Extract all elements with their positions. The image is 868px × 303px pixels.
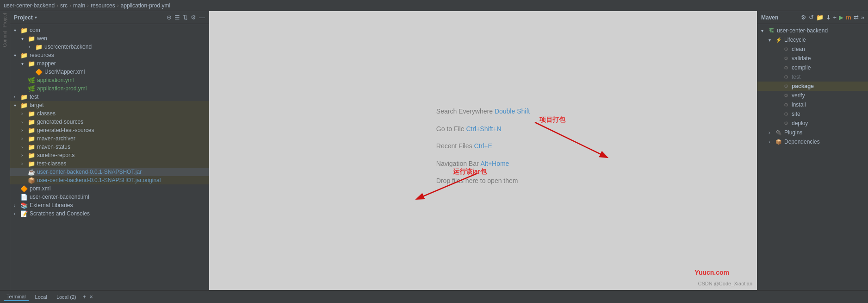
maven-icon-validate: ⚙ (782, 55, 790, 62)
tree-item-extlibs[interactable]: ›📚External Libraries (10, 201, 209, 209)
maven-icon-more[interactable]: » (861, 14, 864, 21)
maven-item-dependencies[interactable]: ›📦Dependencies (757, 137, 868, 146)
tree-item-mapper[interactable]: ▾📁mapper (10, 59, 209, 68)
maven-icon-run[interactable]: ▶ (839, 14, 843, 21)
maven-item-site[interactable]: ⚙site (757, 109, 868, 119)
maven-icon-settings[interactable]: ⚙ (801, 14, 806, 21)
tree-item-generated-test-sources[interactable]: ›📁generated-test-sources (10, 126, 209, 134)
maven-item-validate[interactable]: ⚙validate (757, 54, 868, 63)
local-tab[interactable]: Local (32, 293, 50, 301)
local2-tab[interactable]: Local (2) (54, 293, 79, 301)
maven-item-test[interactable]: ⚙test (757, 72, 868, 82)
maven-tree: ▾🏗user-center-backend▾⚡Lifecycle⚙clean⚙v… (757, 24, 868, 290)
tree-arrow-maven-status: › (21, 145, 28, 150)
breadcrumb-item-4[interactable]: resources (91, 2, 115, 9)
maven-icon-package: ⚙ (782, 82, 790, 90)
terminal-close-icon[interactable]: × (90, 294, 93, 300)
tree-label-generated-sources: generated-sources (37, 119, 83, 125)
maven-item-install[interactable]: ⚙install (757, 100, 868, 109)
tree-item-jar[interactable]: ☕user-center-backend-0.0.1-SNAPSHOT.jar (10, 168, 209, 176)
tree-arrow-wen: ▾ (21, 36, 28, 41)
tree-item-iml[interactable]: 📄user-center-backend.iml (10, 193, 209, 201)
maven-icon-download[interactable]: ⬇ (826, 14, 831, 21)
panel-icon-layout[interactable]: ☰ (174, 14, 180, 21)
tree-item-classes[interactable]: ›📁classes (10, 109, 209, 118)
tree-item-usermapper[interactable]: 🔶UserMapper.xml (10, 68, 209, 76)
maven-icon-add[interactable]: + (833, 14, 837, 21)
panel-icon-sort[interactable]: ⇅ (183, 14, 188, 21)
breadcrumb-item-2[interactable]: src (60, 2, 68, 9)
maven-icon-toggle[interactable]: ⇄ (854, 14, 859, 21)
tree-item-maven-archiver[interactable]: ›📁maven-archiver (10, 134, 209, 143)
maven-item-lifecycle[interactable]: ▾⚡Lifecycle (757, 35, 868, 44)
tree-label-test-classes: test-classes (37, 160, 66, 167)
tree-arrow-com: ▾ (14, 28, 20, 33)
tree-arrow-surefire-reports: › (21, 153, 28, 158)
tree-arrow-extlibs: › (14, 203, 20, 208)
tree-item-test[interactable]: ›📁test (10, 93, 209, 101)
panel-icon-minimize[interactable]: — (199, 14, 205, 21)
tree-item-resources[interactable]: ▾📁resources (10, 51, 209, 59)
tree-item-applicationprod[interactable]: 🌿application-prod.yml (10, 84, 209, 93)
terminal-tab[interactable]: Terminal (4, 293, 29, 301)
tree-label-applicationprod: application-prod.yml (37, 85, 87, 92)
breadcrumb-item-3[interactable]: main (73, 2, 85, 9)
maven-item-deploy[interactable]: ⚙deploy (757, 119, 868, 128)
tree-item-usercenterbackend[interactable]: ›📁usercenterbackend (10, 43, 209, 51)
tree-item-scratches[interactable]: ›📝Scratches and Consoles (10, 209, 209, 218)
maven-item-clean[interactable]: ⚙clean (757, 44, 868, 54)
tree-label-extlibs: External Libraries (30, 202, 73, 208)
maven-item-package[interactable]: ⚙package (757, 82, 868, 91)
svg-line-3 (535, 122, 607, 157)
maven-item-compile[interactable]: ⚙compile (757, 63, 868, 72)
maven-panel: Maven ⚙ ↺ 📁 ⬇ + ▶ m ⇄ » ▾🏗user-center-ba… (757, 11, 868, 290)
panel-icon-add[interactable]: ⊕ (167, 14, 172, 21)
maven-arrow-plugins: › (769, 130, 775, 135)
maven-icon-refresh[interactable]: ↺ (809, 14, 814, 21)
file-tree: ▾📁com▾📁wen›📁usercenterbackend▾📁resources… (10, 24, 209, 290)
maven-item-project[interactable]: ▾🏗user-center-backend (757, 26, 868, 35)
tree-icon-pom: 🔶 (20, 185, 28, 192)
panel-dropdown-arrow[interactable]: ▾ (35, 15, 37, 20)
maven-icon-folder[interactable]: 📁 (816, 14, 824, 21)
tree-item-generated-sources[interactable]: ›📁generated-sources (10, 118, 209, 126)
tree-item-jaroriginal[interactable]: 📦user-center-backend-0.0.1-SNAPSHOT.jar.… (10, 176, 209, 184)
side-strip-commit[interactable]: Commit (2, 31, 7, 47)
maven-label-verify: verify (792, 92, 805, 99)
maven-label-deploy: deploy (792, 120, 808, 126)
tree-label-resources: resources (30, 52, 54, 58)
tree-item-surefire-reports[interactable]: ›📁surefire-reports (10, 151, 209, 159)
panel-icon-settings[interactable]: ⚙ (191, 14, 196, 21)
terminal-add-icon[interactable]: + (83, 294, 86, 300)
maven-item-plugins[interactable]: ›🔌Plugins (757, 128, 868, 137)
project-panel: Project ▾ ⊕ ☰ ⇅ ⚙ — ▾📁com▾📁wen›📁usercent… (10, 11, 209, 290)
tree-item-pom[interactable]: 🔶pom.xml (10, 184, 209, 193)
tree-item-maven-status[interactable]: ›📁maven-status (10, 143, 209, 151)
maven-item-verify[interactable]: ⚙verify (757, 91, 868, 100)
tree-arrow-usercenterbackend: › (29, 44, 35, 50)
hint-shortcut: Double Shift (495, 107, 530, 115)
tree-item-wen[interactable]: ▾📁wen (10, 34, 209, 43)
tree-label-iml: user-center-backend.iml (30, 194, 89, 200)
side-strip-project[interactable]: Project (2, 13, 7, 27)
tree-item-application[interactable]: 🌿application.yml (10, 76, 209, 84)
tree-arrow-mapper: ▾ (21, 61, 28, 66)
maven-icon-m[interactable]: m (846, 14, 851, 21)
maven-icon-lifecycle: ⚡ (775, 36, 782, 44)
tree-icon-maven-archiver: 📁 (28, 135, 35, 142)
tree-label-maven-archiver: maven-archiver (37, 135, 75, 142)
hint-line: Drop files here to open them (436, 177, 530, 186)
maven-label-plugins: Plugins (784, 129, 802, 136)
main-layout: Project Commit Project ▾ ⊕ ☰ ⇅ ⚙ — ▾📁com… (0, 11, 868, 290)
breadcrumb-item-1[interactable]: user-center-backend (4, 2, 55, 9)
tree-arrow-scratches: › (14, 211, 20, 216)
tree-item-com[interactable]: ▾📁com (10, 26, 209, 34)
breadcrumb-item-5[interactable]: application-prod.yml (121, 2, 170, 9)
tree-item-target[interactable]: ▾📁target (10, 101, 209, 109)
maven-icon-site: ⚙ (782, 110, 790, 118)
tree-label-com: com (30, 27, 40, 33)
hint-line: Recent Files Ctrl+E (436, 142, 530, 151)
tree-icon-target: 📁 (20, 101, 28, 109)
tree-item-test-classes[interactable]: ›📁test-classes (10, 159, 209, 168)
hint-shortcut: Ctrl+Shift+N (466, 125, 501, 133)
